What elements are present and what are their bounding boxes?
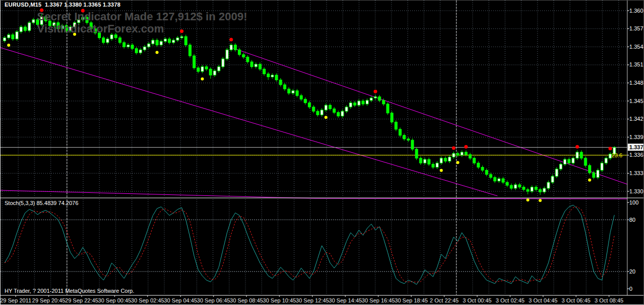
candle-bear <box>308 103 311 107</box>
time-axis-label: 30 Sep 12:45 <box>296 297 329 303</box>
candle-bull <box>357 101 360 105</box>
sell-signal-dot <box>229 38 233 42</box>
time-axis-label: 29 Sep 2011 <box>0 297 31 303</box>
candle-bull <box>366 100 369 104</box>
candle-bull <box>423 159 426 163</box>
time-axis-label: 30 Sep 02:45 <box>131 297 164 303</box>
candle-bear <box>477 163 480 167</box>
candle-bear <box>209 69 212 75</box>
candle-bear <box>419 158 422 163</box>
candle-bear <box>193 56 195 68</box>
candle-bull <box>601 163 603 170</box>
price-chart-canvas[interactable] <box>1 1 644 305</box>
candle-bear <box>588 165 591 173</box>
candle-bear <box>263 69 265 74</box>
price-axis-label: 1.3485 <box>629 80 644 86</box>
chart-background <box>1 1 644 305</box>
candle-bull <box>448 157 451 161</box>
candle-bull <box>292 91 294 93</box>
candle-bull <box>460 152 463 155</box>
candle-bear <box>362 101 364 104</box>
candle-bull <box>28 23 30 30</box>
candle-bear <box>378 97 381 100</box>
candle-bear <box>502 179 505 182</box>
candle-bull <box>576 152 579 158</box>
ohlc-values: 1.3367 1.3380 1.3365 1.3378 <box>45 2 120 8</box>
candle-bull <box>32 20 34 23</box>
candle-bull <box>320 110 323 115</box>
candle-bear <box>119 38 121 42</box>
price-axis-label: 1.3365 <box>629 152 644 158</box>
candle-bull <box>106 39 109 43</box>
candle-bear <box>407 139 410 140</box>
candle-bear <box>485 170 488 174</box>
stoch-axis-label: 80 <box>629 217 635 223</box>
time-axis-label: 2 Oct 22:45 <box>430 297 459 303</box>
chart-window: EURUSD,M15 1.3367 1.3380 1.3365 1.3378 S… <box>0 0 644 305</box>
candle-bull <box>498 179 500 181</box>
time-axis-label: 30 Sep 08:45 <box>230 297 263 303</box>
price-axis-label: 1.3515 <box>629 61 644 67</box>
candle-bear <box>205 66 208 69</box>
candle-bear <box>135 49 138 53</box>
candle-bear <box>481 167 484 171</box>
candle-bear <box>592 173 595 177</box>
candle-bull <box>271 75 274 77</box>
candle-bull <box>181 37 183 38</box>
candle-bull <box>213 71 216 75</box>
candle-bear <box>279 80 282 84</box>
candle-bull <box>127 45 129 47</box>
candle-bear <box>296 91 298 95</box>
current-price-box: 1.3378 <box>628 144 644 151</box>
candle-bear <box>584 158 587 165</box>
candle-bear <box>267 74 270 77</box>
price-axis-label: 1.3305 <box>629 188 644 194</box>
candle-bull <box>222 59 224 66</box>
candle-bear <box>399 129 402 135</box>
candle-bull <box>374 97 377 98</box>
candle-bear <box>469 155 472 158</box>
stochastic-indicator-label: Stoch(5,3,3) 85.4839 74.2076 <box>5 200 79 206</box>
candle-bull <box>172 40 175 43</box>
candle-bull <box>16 32 18 39</box>
candle-bull <box>370 98 373 100</box>
candle-bull <box>111 35 113 39</box>
buy-signal-dot <box>325 116 328 119</box>
candle-bull <box>226 50 228 59</box>
candle-bear <box>411 140 414 149</box>
time-axis-label: 3 Oct 06:45 <box>562 297 591 303</box>
candle-bear <box>395 122 397 129</box>
time-axis-label: 3 Oct 02:45 <box>496 297 525 303</box>
candle-bull <box>531 187 533 191</box>
time-axis-label: 30 Sep 06:45 <box>197 297 230 303</box>
candle-bull <box>572 158 575 163</box>
candle-bull <box>20 27 22 31</box>
buy-signal-dot <box>588 179 591 182</box>
candle-bear <box>246 57 249 61</box>
candle-bull <box>148 44 150 47</box>
symbol-period-label: EURUSD,M15 <box>5 2 42 8</box>
candle-bull <box>543 188 546 192</box>
candle-bull <box>8 35 10 38</box>
candle-bull <box>452 153 455 157</box>
sell-signal-dot <box>576 145 579 149</box>
copyright-text: HY Trader, ? 2001-2011 MetaQuotes Softwa… <box>5 288 134 294</box>
sell-signal-dot <box>374 90 377 93</box>
symbol-ohlc-title: EURUSD,M15 1.3367 1.3380 1.3365 1.3378 <box>5 2 121 8</box>
candle-bull <box>230 45 232 50</box>
candle-bear <box>300 95 303 99</box>
buy-signal-dot <box>456 161 459 164</box>
candle-bear <box>131 45 133 49</box>
candle-bear <box>568 159 570 163</box>
candle-bull <box>255 64 257 67</box>
candle-bull <box>345 107 348 111</box>
price-axis-label: 1.3575 <box>629 25 644 31</box>
buy-signal-dot <box>440 169 443 172</box>
candle-bear <box>382 100 385 104</box>
stoch-axis-label: 100 <box>629 199 638 206</box>
candle-bear <box>493 178 496 181</box>
stoch-axis-label: 0 <box>629 286 632 292</box>
candle-bear <box>115 35 117 38</box>
candle-bear <box>242 55 245 57</box>
candle-bear <box>386 104 389 113</box>
